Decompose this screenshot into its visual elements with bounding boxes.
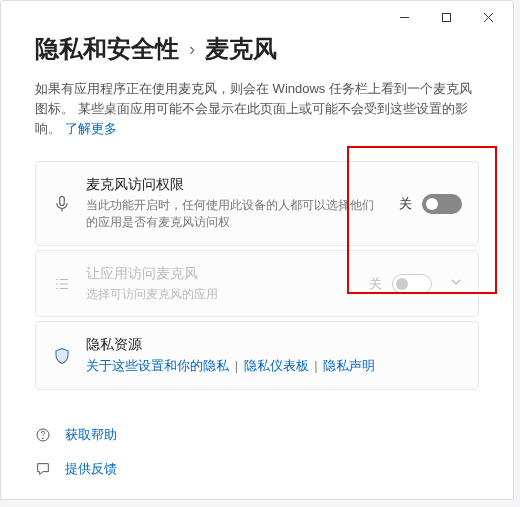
apps-access-title: 让应用访问麦克风 [86,265,355,283]
learn-more-link[interactable]: 了解更多 [65,121,117,136]
page-description: 如果有应用程序正在使用麦克风，则会在 Windows 任务栏上看到一个麦克风图标… [35,79,479,139]
apps-access-toggle-label: 关 [369,275,382,293]
privacy-resources-title: 隐私资源 [86,336,462,354]
breadcrumb-current: 麦克风 [205,33,277,65]
help-icon [35,427,53,443]
breadcrumb-parent[interactable]: 隐私和安全性 [35,33,179,65]
apps-access-card: 让应用访问麦克风 选择可访问麦克风的应用 关 [35,250,479,318]
feedback-label: 提供反馈 [65,460,117,478]
divider: | [235,358,238,373]
privacy-resources-card: 隐私资源 关于这些设置和你的隐私 | 隐私仪表板 | 隐私声明 [35,321,479,390]
feedback-link[interactable]: 提供反馈 [35,460,479,478]
svg-rect-1 [442,13,450,21]
privacy-statement-link[interactable]: 隐私声明 [323,358,375,373]
mic-access-title: 麦克风访问权限 [86,176,385,194]
close-button[interactable] [467,3,509,31]
divider: | [314,358,317,373]
chevron-down-icon[interactable] [450,276,462,291]
breadcrumb: 隐私和安全性 › 麦克风 [35,33,479,65]
apps-access-toggle[interactable] [392,274,432,294]
mic-access-card: 麦克风访问权限 当此功能开启时，任何使用此设备的人都可以选择他们的应用是否有麦克… [35,161,479,245]
privacy-dashboard-link[interactable]: 隐私仪表板 [244,358,309,373]
svg-point-13 [43,438,44,439]
minimize-button[interactable] [383,3,425,31]
shield-icon [52,347,72,365]
apps-access-subtitle: 选择可访问麦克风的应用 [86,286,355,303]
feedback-icon [35,461,53,477]
titlebar [1,1,513,33]
get-help-link[interactable]: 获取帮助 [35,426,479,444]
chevron-right-icon: › [189,39,195,60]
apps-list-icon [52,275,72,293]
microphone-icon [52,195,72,213]
mic-access-toggle-label: 关 [399,195,412,213]
maximize-button[interactable] [425,3,467,31]
svg-rect-4 [60,196,65,205]
mic-access-toggle[interactable] [422,194,462,214]
mic-access-subtitle: 当此功能开启时，任何使用此设备的人都可以选择他们的应用是否有麦克风访问权 [86,197,385,230]
get-help-label: 获取帮助 [65,426,117,444]
about-settings-link[interactable]: 关于这些设置和你的隐私 [86,358,229,373]
